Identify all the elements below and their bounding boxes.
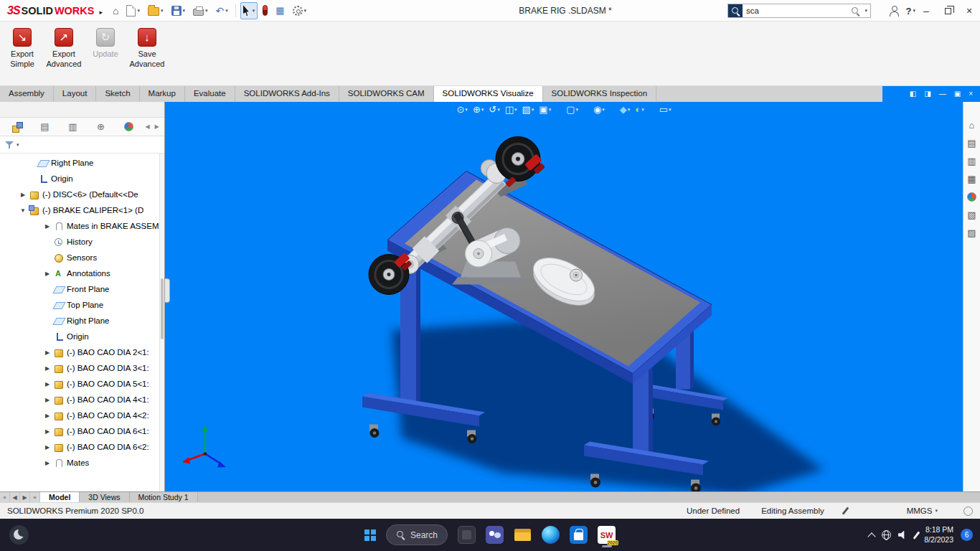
taskbar-clock[interactable]: 8:18 PM 8/2/2023 xyxy=(924,525,953,545)
expander-icon[interactable]: ▶ xyxy=(42,365,53,372)
task-pane-icon[interactable]: ⌂ xyxy=(969,121,975,130)
options-button[interactable]: ▾ xyxy=(290,2,310,19)
notification-badge[interactable]: 6 xyxy=(961,529,973,541)
expander-icon[interactable]: ▶ xyxy=(42,444,53,451)
search-box[interactable]: ▾ xyxy=(727,4,871,18)
help-button[interactable]: ? xyxy=(906,6,912,17)
viewport-window-control-icon[interactable]: ◧ xyxy=(910,90,916,98)
panel-scrollbar[interactable] xyxy=(159,154,164,491)
featuremanager-tab[interactable] xyxy=(3,121,31,132)
teams-app-icon[interactable] xyxy=(486,526,504,544)
chevron-down-icon[interactable]: ▾ xyxy=(225,8,228,14)
search-input[interactable] xyxy=(743,6,851,15)
units-selector[interactable]: MMGS ▾ xyxy=(907,507,938,515)
panel-tab-scroll-left[interactable]: ◀ xyxy=(143,123,152,130)
home-button[interactable]: ⌂ xyxy=(110,2,121,19)
select-tool-button[interactable]: ▾ xyxy=(240,2,258,19)
view-tool-button[interactable]: ↺▾ xyxy=(489,105,499,114)
panel-scrollbar-thumb[interactable] xyxy=(161,278,164,339)
chevron-down-icon[interactable]: ▾ xyxy=(161,8,164,14)
capsule-tool-button[interactable] xyxy=(260,2,270,19)
viewport-window-control-icon[interactable]: × xyxy=(969,90,973,98)
close-button[interactable]: × xyxy=(958,0,980,22)
command-tab[interactable]: SOLIDWORKS Add-Ins xyxy=(235,86,339,102)
tree-item[interactable]: ▶ (-) BAO CAO DIA 6<2: xyxy=(0,439,164,455)
print-button[interactable]: ▾ xyxy=(190,2,211,19)
expander-icon[interactable]: ▶ xyxy=(42,413,53,419)
open-button[interactable]: ▾ xyxy=(145,2,166,19)
tray-chevron-up-icon[interactable] xyxy=(867,532,875,540)
tree-item[interactable]: ▶ (-) BAO CAO DIA 2<1: xyxy=(0,344,164,360)
command-tab[interactable]: SOLIDWORKS Visualize xyxy=(434,86,543,102)
expander-icon[interactable]: ▶ xyxy=(42,428,53,435)
task-pane-icon[interactable]: ▦ xyxy=(967,174,976,184)
tab-scroll-button[interactable]: ◀ xyxy=(10,492,20,502)
solidworks-app-button[interactable]: SW 2020 xyxy=(598,526,616,547)
tree-item[interactable]: History xyxy=(0,234,164,250)
panel-splitter-handle[interactable] xyxy=(165,278,170,303)
chevron-down-icon[interactable]: ▾ xyxy=(481,107,484,112)
chevron-down-icon[interactable]: ▾ xyxy=(628,107,631,112)
pen-input-icon[interactable] xyxy=(913,531,919,539)
edge-browser-app-icon[interactable] xyxy=(542,526,560,544)
command-tab[interactable]: Evaluate xyxy=(185,86,235,102)
view-tool-button[interactable]: ◆▾ xyxy=(620,105,631,114)
tree-item[interactable]: ▶ Mates in BRAKE ASSEM xyxy=(0,218,164,234)
chevron-down-icon[interactable]: ▾ xyxy=(465,107,468,112)
new-document-button[interactable]: ▾ xyxy=(123,2,143,19)
chevron-down-icon[interactable]: ▾ xyxy=(602,107,605,112)
search-icon[interactable] xyxy=(851,6,860,16)
undo-button[interactable]: ↶▾ xyxy=(213,2,231,19)
chevron-down-icon[interactable]: ▾ xyxy=(549,107,552,112)
viewport-3d-model[interactable] xyxy=(165,102,963,491)
expander-icon[interactable]: ▶ xyxy=(17,192,29,198)
view-tool-button[interactable]: ◐▾ xyxy=(635,105,644,114)
filter-funnel-icon[interactable] xyxy=(5,140,14,149)
task-pane-icon[interactable]: ▤ xyxy=(967,138,976,148)
tree-item[interactable]: ▶ (-) DISC<6> (Default<<De xyxy=(0,187,164,202)
save-button[interactable]: ▾ xyxy=(169,2,189,19)
viewport-window-control-icon[interactable]: ◨ xyxy=(924,90,930,98)
document-tab[interactable]: Motion Study 1 xyxy=(130,492,198,502)
expander-icon[interactable]: ▶ xyxy=(42,270,53,277)
document-tab[interactable]: 3D Views xyxy=(80,492,129,502)
view-tool-button[interactable]: ◉▾ xyxy=(593,105,605,114)
command-tab[interactable]: Layout xyxy=(54,86,97,102)
chevron-down-icon[interactable]: ▾ xyxy=(669,107,672,112)
view-tool-button[interactable]: ⊙▾ xyxy=(456,105,467,114)
tree-item[interactable]: Right Plane xyxy=(0,313,164,329)
taskbar-search[interactable]: Search xyxy=(386,524,448,545)
chevron-down-icon[interactable]: ▾ xyxy=(253,8,255,14)
user-account-icon[interactable] xyxy=(889,6,899,16)
chevron-down-icon[interactable]: ▾ xyxy=(304,8,307,14)
volume-icon[interactable] xyxy=(898,531,908,540)
task-pane-icon[interactable] xyxy=(967,192,976,202)
task-pane-icon[interactable]: ▥ xyxy=(967,156,976,166)
tree-item[interactable]: ▶ (-) BAO CAO DIA 6<1: xyxy=(0,423,164,439)
chevron-down-icon[interactable]: ▾ xyxy=(205,8,208,14)
expander-icon[interactable]: ▼ xyxy=(17,207,29,214)
view-tool-button[interactable]: ▢▾ xyxy=(566,105,578,114)
tree-item[interactable]: Sensors xyxy=(0,250,164,265)
tree-item[interactable]: Origin xyxy=(0,329,164,344)
tab-scroll-button[interactable]: » xyxy=(30,492,40,502)
command-tab[interactable]: SOLIDWORKS CAM xyxy=(339,86,434,102)
view-tool-button[interactable]: ▣▾ xyxy=(539,105,551,114)
search-scope-icon[interactable] xyxy=(728,4,743,17)
viewport-window-control-icon[interactable]: ▣ xyxy=(954,90,961,98)
tree-item[interactable]: ▶ (-) BAO CAO DIA 4<2: xyxy=(0,408,164,423)
view-tool-button[interactable]: ▧▾ xyxy=(522,105,534,114)
chevron-down-icon[interactable]: ▾ xyxy=(497,107,500,112)
chevron-down-icon[interactable]: ▾ xyxy=(641,107,644,112)
expander-icon[interactable]: ▶ xyxy=(42,223,53,230)
ribbon-button[interactable]: ↓ Save Advanced xyxy=(126,24,168,79)
document-tab[interactable]: Model xyxy=(40,492,80,502)
chevron-down-icon[interactable]: ▾ xyxy=(514,107,517,112)
command-tab[interactable]: Assembly xyxy=(0,86,54,102)
expander-icon[interactable]: ▶ xyxy=(42,397,53,403)
ribbon-button[interactable]: ↗ Export Advanced xyxy=(43,24,85,79)
grid-tool-button[interactable]: ▦ xyxy=(273,2,287,19)
tree-item[interactable]: Top Plane xyxy=(0,297,164,313)
tree-item[interactable]: Front Plane xyxy=(0,281,164,297)
task-view-app-icon[interactable] xyxy=(458,526,476,544)
